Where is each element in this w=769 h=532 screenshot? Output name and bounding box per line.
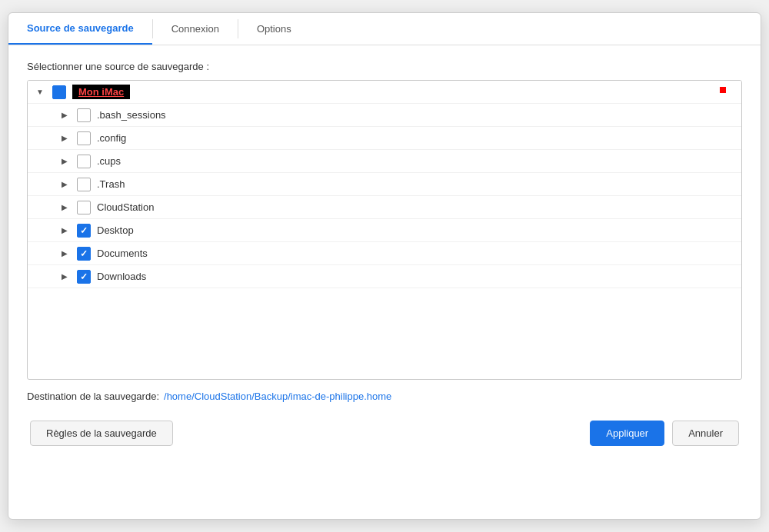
item-label: .Trash [97,178,125,190]
item-checkbox[interactable] [77,155,91,168]
item-label: Desktop [97,224,134,236]
item-expander[interactable] [58,155,71,168]
tree-item: .config [28,127,741,150]
rules-button[interactable]: Règles de la sauvegarde [30,421,173,446]
item-expander[interactable] [58,132,71,145]
item-label: CloudStation [97,201,154,213]
tree-item: Desktop [28,219,741,242]
section-label: Sélectionner une source de sauvegarde : [27,61,742,72]
item-expander[interactable] [58,224,71,237]
content-area: Sélectionner une source de sauvegarde : … [8,45,761,461]
root-checkbox[interactable] [52,85,66,99]
dialog: Source de sauvegarde Connexion Options S… [8,12,761,520]
destination-label: Destination de la sauvegarde: [27,391,159,402]
item-checkbox[interactable] [77,131,91,145]
item-expander[interactable] [58,178,71,191]
tree-root-item: Mon iMac [28,81,741,104]
tree-item: .cups [28,150,741,173]
item-checkbox[interactable] [77,178,91,191]
item-expander[interactable] [58,248,71,260]
tab-bar: Source de sauvegarde Connexion Options [8,13,761,45]
action-buttons: Appliquer Annuler [590,421,739,446]
tree-children: .bash_sessions.config.cups.TrashCloudSta… [28,104,741,288]
destination-row: Destination de la sauvegarde: /home/Clou… [27,391,742,402]
item-label: .cups [97,155,121,167]
item-expander[interactable] [58,201,71,214]
tree-item: Downloads [28,265,741,288]
cancel-button[interactable]: Annuler [672,421,739,446]
tab-source[interactable]: Source de sauvegarde [8,13,152,45]
item-label: .config [97,132,126,144]
item-checkbox[interactable] [77,201,91,214]
apply-button[interactable]: Appliquer [590,421,664,446]
destination-path[interactable]: /home/CloudStation/Backup/imac-de-philip… [164,391,391,402]
item-checkbox[interactable] [77,108,91,122]
item-checkbox[interactable] [77,224,91,238]
footer: Règles de la sauvegarde Appliquer Annule… [27,421,742,446]
tree-item: Documents [28,242,741,265]
root-label: Mon iMac [72,85,130,99]
tree-item: CloudStation [28,196,741,219]
item-label: .bash_sessions [97,109,166,121]
tree-container[interactable]: Mon iMac .bash_sessions.config.cups.Tras… [27,80,742,380]
item-checkbox[interactable] [77,270,91,284]
item-expander[interactable] [58,271,71,283]
tree-item: .Trash [28,173,741,196]
tree-item: .bash_sessions [28,104,741,127]
red-mark [720,87,726,93]
root-expander[interactable] [34,86,46,98]
item-checkbox[interactable] [77,247,91,261]
tab-options[interactable]: Options [238,13,310,45]
item-expander[interactable] [58,109,71,121]
item-label: Documents [97,248,148,259]
item-label: Downloads [97,271,146,282]
tab-connection[interactable]: Connexion [153,13,238,45]
